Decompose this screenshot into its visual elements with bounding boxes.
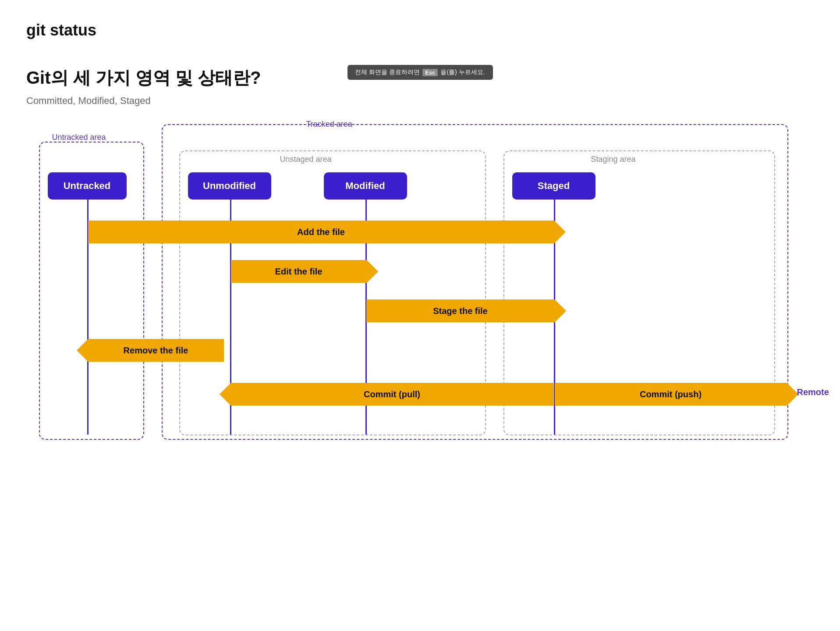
arrow-commit-push: Commit (push) <box>555 383 787 406</box>
toast-prefix: 전체 화면을 종료하려면 <box>355 68 420 76</box>
arrow-edit: Edit the file <box>231 260 367 283</box>
arrow-stage: Stage the file <box>366 299 555 322</box>
arrow-add: Add the file <box>88 221 554 243</box>
arrow-stage-label: Stage the file <box>433 306 487 316</box>
label-unstaged-area: Unstaged area <box>280 155 332 164</box>
label-staging-area: Staging area <box>591 155 636 164</box>
arrow-remove: Remove the file <box>88 339 224 362</box>
label-tracked-area: Tracked area <box>306 120 352 129</box>
arrow-remove-label: Remove the file <box>124 346 188 356</box>
state-modified: Modified <box>324 172 407 200</box>
arrow-commit-pull-label: Commit (pull) <box>364 389 420 399</box>
page-title: git status <box>0 0 840 39</box>
state-untracked: Untracked <box>48 172 127 200</box>
arrow-edit-label: Edit the file <box>275 267 323 277</box>
escape-toast: 전체 화면을 종료하려면 Esc 을(를) 누르세요. <box>347 65 493 80</box>
section-subtitle: Committed, Modified, Staged <box>0 95 840 124</box>
toast-suffix: 을(를) 누르세요. <box>440 68 485 76</box>
arrow-add-label: Add the file <box>297 227 345 237</box>
arrow-commit-pull: Commit (pull) <box>231 383 553 406</box>
diagram: Untracked area Tracked area Unstaged are… <box>26 124 815 457</box>
label-untracked-area: Untracked area <box>52 133 106 142</box>
state-staged: Staged <box>512 172 595 200</box>
esc-key: Esc <box>422 69 438 76</box>
state-unmodified: Unmodified <box>188 172 271 200</box>
remote-label: Remote <box>797 387 829 397</box>
arrow-commit-push-label: Commit (push) <box>640 389 702 399</box>
